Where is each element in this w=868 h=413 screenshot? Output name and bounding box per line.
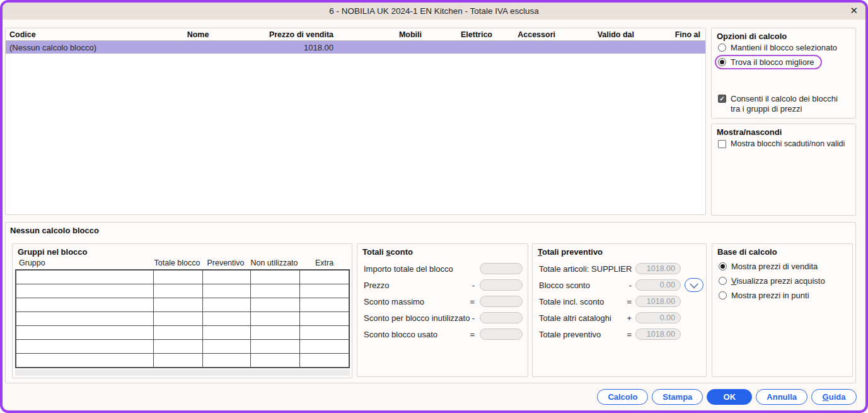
field-label: Totale altri cataloghi: [539, 313, 611, 323]
checkbox-consenti-calcolo[interactable]: ✓ Consenti il calcolo dei blocchi tra i …: [718, 94, 838, 114]
table-row: [16, 340, 349, 354]
col-mobili: Mobili: [333, 30, 422, 39]
chevron-down-icon: [690, 280, 698, 289]
field-value: [480, 329, 523, 340]
radio-label: Mostra prezzi in punti: [731, 291, 809, 300]
col-elettrico: Elettrico: [422, 30, 492, 39]
radio-prezzi-acquisto[interactable]: Visualizza prezzi acquisto: [719, 276, 825, 286]
row-prezzo: 1018.00: [233, 43, 333, 52]
ok-button[interactable]: OK: [707, 389, 752, 405]
field-label: Prezzo: [364, 281, 389, 290]
mostra-nascondi-title: Mostra/nascondi: [717, 127, 782, 137]
checkbox-mostra-scaduti[interactable]: Mostra blocchi scaduti/non validi: [718, 139, 845, 148]
field-value: [480, 296, 523, 307]
table-row: [16, 270, 349, 284]
stampa-button[interactable]: Stampa: [652, 389, 703, 405]
table-row: [16, 312, 349, 326]
col-prezzo-di-vendita: Prezzo di vendita: [233, 30, 333, 39]
base-di-calcolo-groupbox: Base di calcolo Mostra prezzi di vendita…: [712, 243, 853, 377]
radio-prezzi-punti[interactable]: Mostra prezzi in punti: [719, 291, 809, 300]
field-row: Prezzo -: [357, 279, 528, 291]
guida-button[interactable]: Guida: [811, 389, 857, 405]
blocco-sconto-dropdown-button[interactable]: [685, 278, 703, 292]
field-label: Importo totale del blocco: [364, 264, 453, 274]
close-icon[interactable]: ✕: [850, 5, 858, 16]
table-row: [16, 298, 349, 312]
radio-label: Trova il blocco migliore: [731, 57, 814, 67]
row-codice: (Nessun calcolo blocco): [6, 43, 163, 52]
field-operator: -: [472, 313, 475, 323]
field-label: Sconto per blocco inutilizzato: [364, 313, 470, 323]
radio-selected-icon: [718, 58, 726, 66]
field-label: Sconto blocco usato: [364, 330, 437, 339]
field-operator: -: [629, 281, 632, 290]
field-operator: +: [627, 313, 632, 323]
calcolo-button[interactable]: Calcolo: [597, 389, 648, 405]
gruppi-table: [15, 269, 350, 368]
field-value: [480, 263, 523, 274]
field-row: Totale incl. sconto = 1018.00: [533, 296, 706, 307]
opzioni-title: Opzioni di calcolo: [717, 32, 787, 41]
mostra-nascondi-groupbox: Mostra/nascondi Mostra blocchi scaduti/n…: [711, 124, 856, 216]
col-non-utilizzato: Non utilizzato: [250, 259, 299, 267]
field-label: Totale articoli: SUPPLIER: [539, 264, 632, 274]
horizontal-scrollbar[interactable]: [15, 369, 350, 376]
col-extra: Extra: [299, 259, 350, 267]
table-row: [16, 326, 349, 340]
col-valido-dal: Valido dal: [555, 30, 634, 39]
field-value: 1018.00: [635, 296, 681, 307]
title-bar: 6 - NOBILIA UK 2024-1 EN Kitchen - Total…: [3, 3, 865, 20]
checkbox-checked-icon: ✓: [718, 95, 726, 103]
field-value: 1018.00: [635, 263, 681, 274]
field-row: Blocco sconto - 0.00: [533, 279, 706, 291]
dialog-title: 6 - NOBILIA UK 2024-1 EN Kitchen - Total…: [329, 6, 539, 16]
checkbox-label: Consenti il calcolo dei blocchi tra i gr…: [731, 94, 838, 114]
gruppi-nel-blocco-groupbox: Gruppi nel blocco Gruppo Totale blocco P…: [12, 243, 352, 378]
col-gruppo: Gruppo: [15, 259, 153, 267]
radio-icon: [719, 291, 727, 300]
table-row: [16, 354, 349, 367]
field-value: 1018.00: [635, 329, 681, 340]
field-operator: =: [470, 297, 475, 306]
checkbox-label: Mostra blocchi scaduti/non validi: [731, 139, 845, 148]
annulla-button[interactable]: Annulla: [756, 389, 807, 405]
block-detail-panel: Nessun calcolo blocco Gruppi nel blocco …: [5, 222, 856, 383]
field-operator: =: [470, 330, 475, 339]
block-list-panel: Codice Nome Prezzo di vendita Mobili Ele…: [5, 28, 706, 215]
field-value: [480, 312, 523, 323]
totali-sconto-groupbox: Totali sconto Importo totale del blocco …: [357, 243, 528, 377]
radio-label: Mantieni il blocco selezionato: [731, 43, 837, 52]
detail-title: Nessun calcolo blocco: [10, 226, 99, 235]
field-row: Importo totale del blocco: [357, 263, 528, 274]
radio-trova-blocco[interactable]: Trova il blocco migliore: [718, 57, 814, 67]
opzioni-di-calcolo-groupbox: Opzioni di calcolo Mantieni il blocco se…: [711, 28, 856, 119]
radio-mantieni-blocco[interactable]: Mantieni il blocco selezionato: [718, 43, 837, 52]
table-row-selected[interactable]: (Nessun calcolo blocco) 1018.00: [6, 41, 705, 54]
radio-icon: [718, 44, 726, 52]
totali-sconto-title: Totali sconto: [362, 247, 413, 257]
checkbox-unchecked-icon: [718, 140, 726, 148]
col-codice: Codice: [6, 30, 163, 39]
field-label: Totale preventivo: [539, 330, 601, 339]
field-row: Totale preventivo = 1018.00: [533, 329, 706, 340]
field-row: Sconto per blocco inutilizzato -: [357, 312, 528, 323]
radio-label: Mostra prezzi di vendita: [731, 262, 818, 271]
field-row: Totale altri cataloghi + 0.00: [533, 312, 706, 323]
gruppi-table-header: Gruppo Totale blocco Preventivo Non util…: [15, 259, 350, 267]
field-value: [480, 279, 523, 291]
radio-trova-blocco-focus-ring: Trova il blocco migliore: [715, 55, 822, 69]
field-value: 0.00: [635, 312, 681, 323]
radio-label: Visualizza prezzi acquisto: [731, 276, 825, 286]
field-label: Blocco sconto: [539, 281, 590, 290]
field-value: 0.00: [635, 279, 681, 291]
col-preventivo: Preventivo: [202, 259, 250, 267]
totali-preventivo-groupbox: Totali preventivo Totale articoli: SUPPL…: [532, 243, 707, 377]
radio-selected-icon: [719, 262, 727, 270]
field-operator: -: [472, 281, 475, 290]
table-row: [16, 284, 349, 298]
field-operator: =: [627, 297, 632, 306]
col-totale-blocco: Totale blocco: [153, 259, 202, 267]
totali-preventivo-title: Totali preventivo: [538, 247, 603, 257]
radio-prezzi-vendita[interactable]: Mostra prezzi di vendita: [719, 262, 818, 271]
radio-icon: [719, 277, 727, 285]
